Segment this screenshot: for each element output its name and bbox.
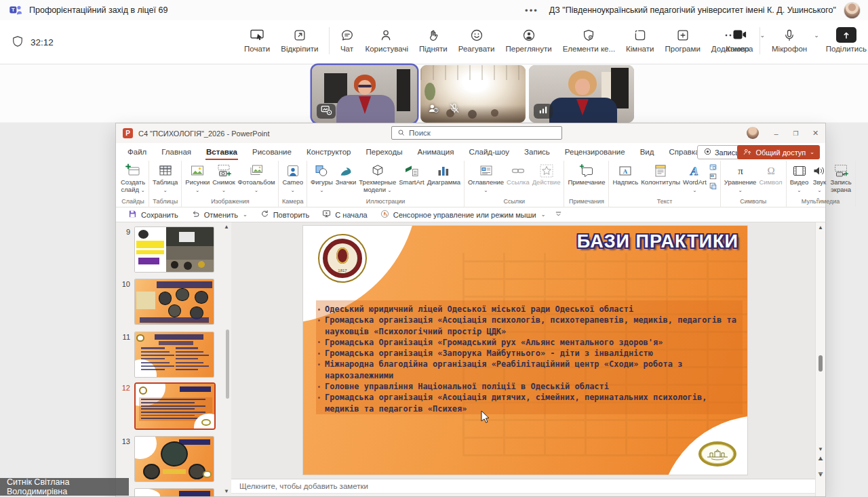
next-slide-button[interactable]: ▁▼: [816, 468, 825, 477]
ribbon-button-wordart[interactable]: AWordArt ⌄: [682, 162, 708, 195]
toolbar-button-view[interactable]: Переглянути: [500, 25, 557, 53]
tab-file[interactable]: Файл: [120, 143, 154, 161]
from-beginning-icon: [321, 209, 332, 220]
toolbar-button-people[interactable]: Користувачі: [360, 25, 414, 53]
tab-draw[interactable]: Рисование: [245, 143, 299, 161]
toolbar-button-microphone[interactable]: Мікрофон: [766, 25, 812, 53]
scroll-down-icon[interactable]: ▼: [816, 446, 825, 452]
ribbon-button-smartart[interactable]: SmartArt: [397, 162, 425, 187]
scrollbar-thumb[interactable]: [818, 355, 823, 372]
quick-access-touch-mode[interactable]: Сенсорное управление или режим мыши⌄: [374, 209, 552, 220]
toolbar-button-raise-hand[interactable]: Підняти: [414, 25, 453, 53]
slide-thumbnail-13[interactable]: [134, 436, 214, 482]
video-tile-speaker-presenter[interactable]: [312, 65, 417, 123]
ribbon-button-video[interactable]: Видео ⌄: [789, 162, 810, 195]
close-button[interactable]: ✕: [806, 123, 825, 143]
university-emblem: 1817: [318, 234, 367, 283]
slide-number-icon[interactable]: [709, 172, 717, 181]
slide-canvas[interactable]: 1817 БАЗИ ПРАКТИКИ Одеський юридичний лі…: [303, 226, 747, 475]
slide-thumbnail-11[interactable]: [134, 332, 214, 378]
tab-view[interactable]: Вид: [633, 143, 662, 161]
touch-mode-icon: [380, 209, 390, 220]
minimize-button[interactable]: –: [766, 123, 786, 143]
video-tile-speaker-second[interactable]: [529, 65, 634, 123]
3d-models-icon: [370, 163, 386, 179]
ribbon-button-text-box[interactable]: AНадпись: [611, 162, 639, 187]
scroll-up-icon[interactable]: ▲: [816, 224, 825, 231]
camera-chevron-down-icon[interactable]: ⌄: [760, 32, 765, 39]
slide-thumbnail-10[interactable]: [134, 279, 214, 325]
toolbar-button-rooms[interactable]: Кімнати: [620, 25, 659, 53]
tab-record[interactable]: Запись: [517, 143, 557, 161]
toolbar-button-chat[interactable]: Чат: [334, 25, 360, 53]
thumbnails-scrollbar[interactable]: [226, 330, 229, 399]
account-avatar[interactable]: [747, 127, 759, 139]
ribbon-button-screen-recording[interactable]: Запись экрана: [829, 162, 852, 194]
ribbon-button-chart[interactable]: Диаграмма: [426, 162, 462, 187]
powerpoint-body: ▲ ▼ 9 10 11 12: [116, 222, 825, 496]
toolbar-button-camera[interactable]: Камера: [720, 25, 758, 53]
ribbon-button-header-footer[interactable]: Колонтитулы: [639, 162, 682, 187]
quick-access-save[interactable]: Сохранить: [121, 209, 184, 220]
quick-access-undo[interactable]: Отменить⌄: [184, 209, 254, 220]
toolbar-button-react[interactable]: Реагувати: [453, 25, 500, 53]
toolbar-button-control-elements[interactable]: Елементи ке...: [557, 25, 620, 53]
slide-thumbnail-partial[interactable]: [134, 488, 214, 496]
date-time-icon[interactable]: [709, 163, 717, 172]
ribbon-button-3d-models[interactable]: Трехмерные модели ⌄: [357, 162, 397, 195]
ribbon-button-comment[interactable]: Примечание: [566, 162, 606, 187]
user-avatar[interactable]: [844, 3, 860, 18]
thumbnails-scroll-down-icon[interactable]: ▼: [223, 488, 230, 494]
previous-slide-button[interactable]: ▲▔: [816, 456, 825, 465]
toolbar-button-unpin[interactable]: Відкріпити: [275, 25, 323, 53]
bullet-item: Головне управління Національної поліції …: [316, 381, 738, 392]
tab-transitions[interactable]: Переходы: [359, 143, 410, 161]
ribbon-button-label: SmartArt: [399, 179, 424, 186]
ribbon-button-audio[interactable]: Звук ⌄: [810, 162, 829, 195]
slide-thumbnail-12[interactable]: [134, 382, 216, 430]
quick-access-redo[interactable]: Повторить: [254, 209, 316, 220]
ribbon-button-screenshot[interactable]: Снимок ⌄: [211, 162, 236, 195]
ribbon-button-toc[interactable]: Оглавление ⌄: [467, 162, 505, 195]
person-face: [358, 80, 372, 95]
tab-animation[interactable]: Анимация: [410, 143, 461, 161]
microphone-chevron-down-icon[interactable]: ⌄: [814, 32, 819, 39]
ribbon-button-shapes[interactable]: Фигуры ⌄: [309, 162, 334, 195]
screenshot-icon: [216, 163, 232, 179]
ribbon-group-символы: πУравнение ⌄ΩСимволСимволы: [721, 161, 787, 207]
ribbon-button-photo-album[interactable]: Фотоальбом ⌄: [237, 162, 277, 195]
share-document-button[interactable]: Общий доступ ⌄: [737, 145, 820, 159]
quick-access-from-beginning[interactable]: С начала: [315, 209, 373, 220]
toolbar-button-present[interactable]: Почати: [239, 25, 275, 53]
ribbon-button-table[interactable]: Таблица ⌄: [151, 162, 179, 195]
search-icon: [397, 128, 406, 138]
tab-home[interactable]: Главная: [154, 143, 199, 161]
ribbon-button-cameo[interactable]: Cameo ⌄: [281, 162, 304, 195]
ribbon-group-label: Изображения: [184, 197, 276, 207]
ribbon-group-слайды: Создать слайд ⌄Слайды: [117, 161, 149, 207]
ribbon-button-equation[interactable]: πУравнение ⌄: [723, 162, 758, 195]
collapse-ribbon-icon[interactable]: ⌃: [815, 197, 821, 204]
slide-title: БАЗИ ПРАКТИКИ: [577, 231, 738, 252]
tab-slideshow[interactable]: Слайд-шоу: [461, 143, 517, 161]
toolbar-button-share-screen[interactable]: Поділитись: [821, 25, 868, 53]
vertical-scrollbar[interactable]: ▲ ▼ ▲▔ ▁▼: [815, 222, 825, 496]
tab-insert[interactable]: Вставка: [199, 143, 245, 161]
slide-thumbnail-9[interactable]: [134, 226, 214, 273]
thumbnails-scroll-up-icon[interactable]: ▲: [223, 224, 230, 230]
tab-design[interactable]: Конструктор: [299, 143, 359, 161]
insert-object-icon[interactable]: [709, 182, 717, 191]
ribbon-group-label: Слайды: [119, 197, 146, 207]
ribbon-group-label: Камера: [281, 197, 304, 207]
ribbon-button-icons[interactable]: Значки: [334, 162, 357, 187]
video-tile-classroom-audience[interactable]: ?: [420, 65, 526, 123]
tab-review[interactable]: Рецензирование: [557, 143, 633, 161]
toolbar-button-apps[interactable]: Програми: [659, 25, 705, 53]
ribbon-button-new-slide[interactable]: Создать слайд ⌄: [119, 162, 146, 195]
notes-pane[interactable]: Щелкните, чтобы добавить заметки: [231, 479, 816, 493]
restore-button[interactable]: ❐: [786, 123, 806, 143]
more-options-icon[interactable]: •••: [525, 5, 538, 16]
search-input[interactable]: Поиск: [391, 126, 562, 140]
customize-quick-access-icon[interactable]: [554, 210, 563, 220]
ribbon-button-pictures[interactable]: Рисунки ⌄: [184, 162, 211, 195]
